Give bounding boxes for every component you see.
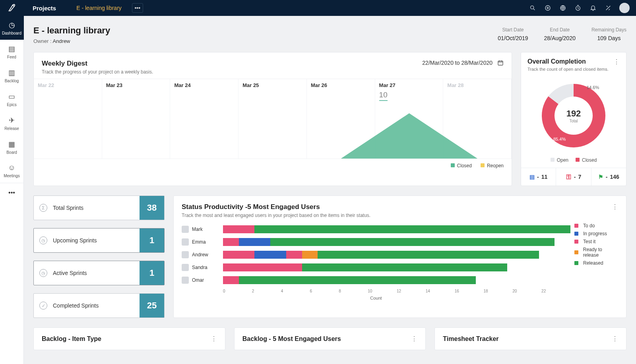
sidebar-item-release[interactable]: ✈Release [0, 111, 24, 135]
sidebar-icon: ◷ [9, 21, 15, 29]
status-user-row: Emma [182, 236, 570, 248]
status-user-row: Sandra [182, 261, 570, 274]
weekly-subtitle: Track the progress of your project on a … [42, 69, 153, 75]
card-title: Timesheet Tracker [443, 335, 498, 343]
sidebar-item-feed[interactable]: ▤Feed [0, 40, 24, 64]
day-label: Mar 27 [379, 82, 439, 88]
user-name: Mark [192, 227, 203, 232]
sidebar-item-meetings[interactable]: ☺Meetings [0, 159, 24, 183]
status-title: Status Productivity -5 Most Engaged User… [182, 203, 618, 211]
sprint-card[interactable]: ΣTotal Sprints38 [33, 196, 165, 220]
bottom-card: Backlog - Item Type⋮ [33, 327, 225, 350]
add-icon[interactable] [544, 4, 552, 12]
stat-value: 11 [541, 174, 548, 180]
bar-segment [223, 238, 239, 246]
card-menu-icon[interactable]: ⋮ [613, 58, 620, 66]
header-date-col: Remaining Days109 Days [591, 27, 626, 41]
sprint-card[interactable]: ✓Completed Sprints25 [33, 293, 165, 318]
svg-point-0 [531, 6, 534, 9]
legend-closed-2: Closed [582, 157, 597, 163]
status-x-axis: 0246810121416182022 [223, 289, 570, 293]
legend-item: In progress [574, 231, 618, 236]
date-label: Remaining Days [591, 27, 626, 33]
overall-legend: Open Closed [521, 157, 626, 168]
bottom-cards-row: Backlog - Item Type⋮Backlog - 5 Most Eng… [33, 327, 626, 350]
header-date-col: Start Date01/Oct/2019 [498, 27, 528, 41]
user-avatar-icon [182, 264, 189, 271]
overall-subtitle: Track the count of open and closed items… [527, 67, 609, 72]
timer-icon[interactable] [574, 4, 582, 12]
sprint-value: 1 [140, 261, 164, 285]
sidebar-icon: ▥ [8, 68, 15, 77]
bar-segment [270, 238, 555, 246]
date-value: 109 Days [591, 35, 626, 41]
globe-icon[interactable] [559, 4, 567, 12]
sprint-icon: ◷ [39, 236, 47, 244]
date-value: 01/Oct/2019 [498, 35, 528, 41]
user-name: Andrew [192, 252, 208, 258]
bar-segment [254, 251, 286, 259]
card-menu-icon[interactable]: ⋮ [211, 335, 217, 343]
sprint-card[interactable]: ◷Upcoming Sprints1 [33, 228, 165, 253]
weekly-title: Weekly Digest [42, 60, 153, 68]
sprint-card[interactable]: ◷Active Sprints1 [33, 261, 165, 285]
status-user-row: Mark [182, 223, 570, 236]
sprint-summary-list: ΣTotal Sprints38◷Upcoming Sprints1◷Activ… [33, 196, 165, 318]
bar-segment [286, 251, 302, 259]
day-label: Mar 22 [38, 82, 98, 88]
legend-item: Released [574, 260, 618, 266]
sprint-label: Completed Sprints [53, 302, 99, 309]
card-menu-icon[interactable]: ⋮ [612, 203, 618, 211]
breadcrumb-root[interactable]: Projects [24, 0, 65, 16]
sprint-value: 25 [140, 294, 164, 318]
status-bar-chart: MarkEmmaAndrewSandraOmar0246810121416182… [182, 223, 570, 300]
status-user-row: Omar [182, 274, 570, 287]
overall-stat: ⚑-146 [591, 168, 626, 186]
user-name: Omar [192, 277, 204, 283]
user-name: Sandra [192, 265, 207, 270]
date-label: Start Date [498, 27, 528, 33]
search-icon[interactable] [529, 4, 537, 12]
sprint-label: Total Sprints [53, 205, 83, 211]
stat-icon: ⚿ [566, 174, 572, 180]
bottom-card: Timesheet Tracker⋮ [434, 327, 626, 350]
card-menu-icon[interactable]: ⋮ [612, 335, 618, 343]
owner-line: Owner : Andrew [33, 38, 110, 44]
sidebar: ◷Dashboard▤Feed▥Backlog▭Epics✈Release▦Bo… [0, 16, 24, 364]
sidebar-label: Feed [7, 55, 16, 59]
bell-icon[interactable] [589, 4, 597, 12]
sidebar-item-board[interactable]: ▦Board [0, 135, 24, 159]
sidebar-item-epics[interactable]: ▭Epics [0, 87, 24, 111]
calendar-icon[interactable] [497, 60, 504, 66]
main-content: E - learning library Owner : Andrew Star… [24, 16, 636, 364]
weekly-range-text: 22/Mar/2020 to 28/Mar/2020 [422, 60, 493, 66]
day-label: Mar 25 [242, 82, 302, 88]
sidebar-item-dashboard[interactable]: ◷Dashboard [0, 16, 24, 40]
overall-completion-card: Overall Completion Track the count of op… [521, 52, 626, 186]
tools-icon[interactable] [604, 4, 612, 12]
bar-segment [223, 251, 254, 259]
header-dates: Start Date01/Oct/2019End Date28/Aug/2020… [498, 25, 626, 41]
user-avatar-icon [182, 238, 189, 246]
user-avatar[interactable] [619, 3, 630, 13]
breadcrumb-more-button[interactable]: ••• [132, 3, 143, 13]
day-value[interactable]: 10 [379, 91, 388, 101]
app-logo[interactable] [0, 0, 24, 16]
bar-segment [302, 251, 318, 259]
user-name: Emma [192, 239, 206, 245]
weekly-date-range[interactable]: 22/Mar/2020 to 28/Mar/2020 [422, 60, 504, 66]
sidebar-item-backlog[interactable]: ▥Backlog [0, 64, 24, 87]
day-label: Mar 23 [106, 82, 166, 88]
breadcrumb-current[interactable]: E - learning library [65, 0, 129, 16]
sidebar-more[interactable]: ••• [0, 183, 24, 202]
legend-item: To do [574, 223, 618, 228]
bar-segment [223, 276, 239, 284]
legend-closed: Closed [457, 163, 472, 168]
sidebar-icon: ✈ [9, 116, 15, 125]
bar-segment [318, 251, 539, 259]
svg-text:85.4%: 85.4% [553, 137, 566, 141]
card-menu-icon[interactable]: ⋮ [411, 335, 417, 343]
stat-value: 146 [610, 174, 619, 180]
bar-segment [223, 263, 302, 271]
status-xlabel: Count [182, 296, 570, 300]
